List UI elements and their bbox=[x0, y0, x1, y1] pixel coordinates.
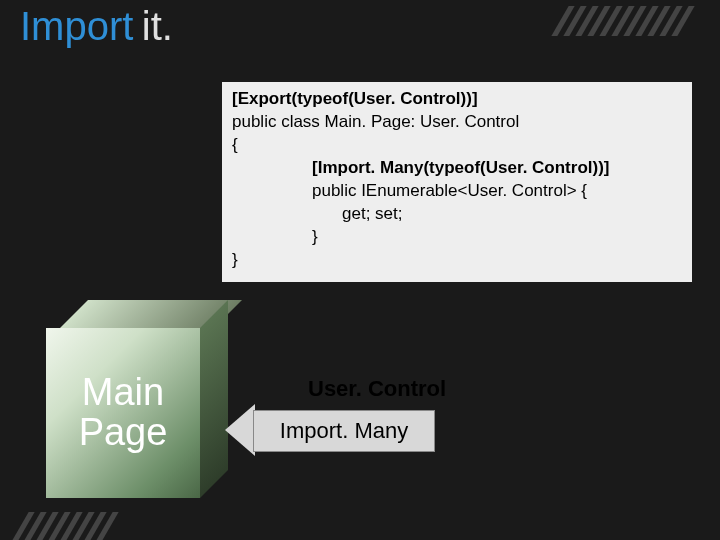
title-word-it: it. bbox=[142, 4, 173, 48]
decor-top-stripes bbox=[560, 6, 700, 28]
arrow-body: Import. Many bbox=[253, 410, 435, 452]
arrow-label: Import. Many bbox=[280, 418, 408, 444]
cube-label-line2: Page bbox=[79, 413, 168, 453]
label-user-control: User. Control bbox=[308, 376, 446, 402]
arrow-import-many: Import. Many bbox=[225, 410, 445, 450]
slide-title: Import it. bbox=[20, 4, 173, 49]
code-line: [Export(typeof(User. Control))] bbox=[232, 88, 682, 111]
code-line: [Import. Many(typeof(User. Control))] bbox=[232, 157, 682, 180]
decor-bottom-stripes bbox=[20, 512, 130, 534]
code-line: } bbox=[232, 249, 682, 272]
code-line: } bbox=[232, 226, 682, 249]
cube-label-line1: Main bbox=[82, 373, 164, 413]
code-line: public class Main. Page: User. Control bbox=[232, 111, 682, 134]
code-line: { bbox=[232, 134, 682, 157]
cube-main-page: Main Page bbox=[46, 300, 228, 510]
cube-front-face: Main Page bbox=[46, 328, 200, 498]
arrow-head-icon bbox=[225, 404, 255, 456]
cube-side-face bbox=[200, 300, 228, 498]
code-line: get; set; bbox=[232, 203, 682, 226]
title-word-import: Import bbox=[20, 4, 133, 48]
code-block: [Export(typeof(User. Control))] public c… bbox=[222, 82, 692, 282]
code-line: public IEnumerable<User. Control> { bbox=[232, 180, 682, 203]
